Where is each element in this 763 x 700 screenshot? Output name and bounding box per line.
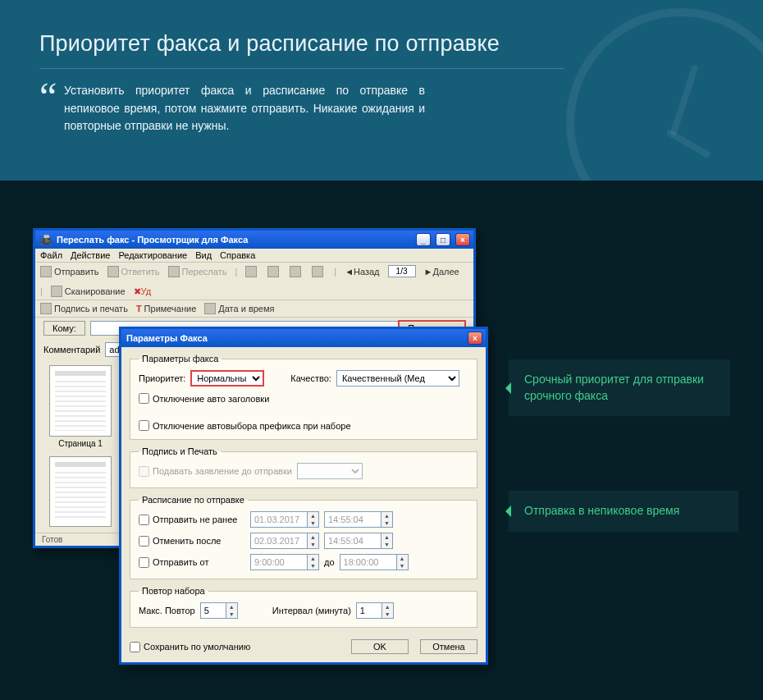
comment-label: Комментарий <box>43 345 100 355</box>
from-time-input[interactable]: ▲▼ <box>250 554 319 570</box>
chk-cancel-after[interactable]: Отменить после <box>139 536 245 547</box>
delete-button[interactable]: ✖ Уд <box>134 286 152 297</box>
sign-select <box>297 463 363 479</box>
chk-not-before[interactable]: Отправить не ранее <box>139 515 245 525</box>
group-retry: Повтор набора Макс. Повтор ▲▼ Интервал (… <box>130 586 477 628</box>
menu-help[interactable]: Справка <box>220 250 255 260</box>
group-schedule: Расписание по отправке Отправить не ране… <box>130 495 477 579</box>
to-label: до <box>324 557 335 567</box>
callout-schedule: Отправка в непиковое время <box>509 491 738 532</box>
group-sign: Подпись и Печать Подавать заявление до о… <box>130 446 477 488</box>
quality-label: Качество: <box>290 373 331 383</box>
hero-divider <box>39 68 564 69</box>
date2-input[interactable]: ▲▼ <box>250 533 319 549</box>
to-time-input[interactable]: ▲▼ <box>340 554 409 570</box>
group-fax-params: Параметры факса Приоритет: Нормальны Кач… <box>130 354 477 440</box>
stamp-icon <box>40 303 52 314</box>
chk-save-default[interactable]: Сохранить по умолчанию <box>130 642 250 652</box>
group-schedule-legend: Расписание по отправке <box>139 495 248 505</box>
toolbar-1: Отправить Ответить Переслать | | ◄ Назад… <box>35 263 473 300</box>
callout-priority: Срочный приоритет для отправки срочного … <box>509 359 730 416</box>
time2-input[interactable]: ▲▼ <box>324 533 393 549</box>
date1-input[interactable]: ▲▼ <box>250 511 319 528</box>
tool-select-icon[interactable] <box>267 266 281 277</box>
page-thumbnail-1[interactable] <box>49 365 112 437</box>
ok-button[interactable]: OK <box>351 639 409 654</box>
priority-select[interactable]: Нормальны <box>190 370 264 387</box>
note-button[interactable]: TПримечание <box>136 304 196 313</box>
viewer-titlebar[interactable]: 📠 Переслать факс - Просмотрщик для Факса… <box>35 231 473 249</box>
tool-hand-icon[interactable] <box>245 266 259 277</box>
max-retry-label: Макс. Повтор <box>139 606 195 615</box>
chk-auto-prefix[interactable]: Отключение автовыбора префикса при набор… <box>139 420 351 431</box>
callout-schedule-text: Отправка в непиковое время <box>524 504 679 517</box>
page-indicator[interactable] <box>388 265 416 277</box>
callout-priority-text: Срочный приоритет для отправки срочного … <box>524 373 704 402</box>
menu-action[interactable]: Действие <box>71 250 110 260</box>
menu-bar: Файл Действие Редактирование Вид Справка <box>35 249 473 263</box>
chk-sign-apply[interactable]: Подавать заявление до отправки <box>139 466 292 477</box>
reply-button[interactable]: Ответить <box>107 266 160 277</box>
interval-label: Интервал (минута) <box>272 606 351 615</box>
maximize-button[interactable]: □ <box>436 233 450 246</box>
hero-banner: Приоритет факса и расписание по отправке… <box>0 0 763 181</box>
minimize-button[interactable]: _ <box>416 233 431 246</box>
close-button[interactable]: × <box>455 233 470 246</box>
menu-edit[interactable]: Редактирование <box>118 250 187 260</box>
to-label-button[interactable]: Кому: <box>43 321 85 336</box>
group-retry-legend: Повтор набора <box>139 586 208 596</box>
datetime-button[interactable]: Дата и время <box>204 303 274 314</box>
scan-button[interactable]: Сканирование <box>51 286 126 297</box>
nav-next[interactable]: ► Далее <box>424 267 459 277</box>
menu-view[interactable]: Вид <box>195 250 212 260</box>
group-fax-params-legend: Параметры факса <box>139 354 222 364</box>
nav-back[interactable]: ◄ Назад <box>345 267 379 277</box>
scan-icon <box>51 286 62 297</box>
chk-auto-header[interactable]: Отключение авто заголовки <box>139 393 269 404</box>
quality-select[interactable]: Качественный (Мед <box>336 370 459 387</box>
interval-input[interactable]: ▲▼ <box>356 602 394 619</box>
forward-icon <box>168 266 180 277</box>
quote-icon: “ <box>39 77 57 117</box>
cancel-button[interactable]: Отмена <box>420 639 477 654</box>
app-icon: 📠 <box>40 235 52 245</box>
fax-params-dialog: Параметры Факса × Параметры факса Приори… <box>119 327 488 665</box>
hero-body: Установить приоритет факса и расписание … <box>64 82 425 135</box>
tool-zoom-icon[interactable] <box>290 266 304 277</box>
chk-send-from[interactable]: Отправить от <box>139 557 245 568</box>
send-button[interactable]: Отправить <box>40 266 99 277</box>
forward-button[interactable]: Переслать <box>168 266 227 277</box>
stamp-button[interactable]: Подпись и печать <box>40 303 128 314</box>
viewer-title: Переслать факс - Просмотрщик для Факса <box>57 235 248 245</box>
page-caption: Страница 1 <box>58 439 103 448</box>
params-titlebar[interactable]: Параметры Факса × <box>121 329 486 347</box>
toolbar-2: Подпись и печать TПримечание Дата и врем… <box>35 300 473 318</box>
max-retry-input[interactable]: ▲▼ <box>200 602 238 619</box>
tool-zoomout-icon[interactable] <box>312 266 326 277</box>
priority-label: Приоритет: <box>139 373 185 383</box>
send-icon <box>40 266 52 277</box>
params-close-button[interactable]: × <box>468 332 482 345</box>
clock-icon <box>204 303 216 314</box>
reply-icon <box>107 266 119 277</box>
params-title: Параметры Факса <box>126 333 208 343</box>
menu-file[interactable]: Файл <box>40 250 62 260</box>
time1-input[interactable]: ▲▼ <box>324 511 393 528</box>
group-sign-legend: Подпись и Печать <box>139 446 221 456</box>
page-thumbnail-2[interactable] <box>49 456 112 528</box>
